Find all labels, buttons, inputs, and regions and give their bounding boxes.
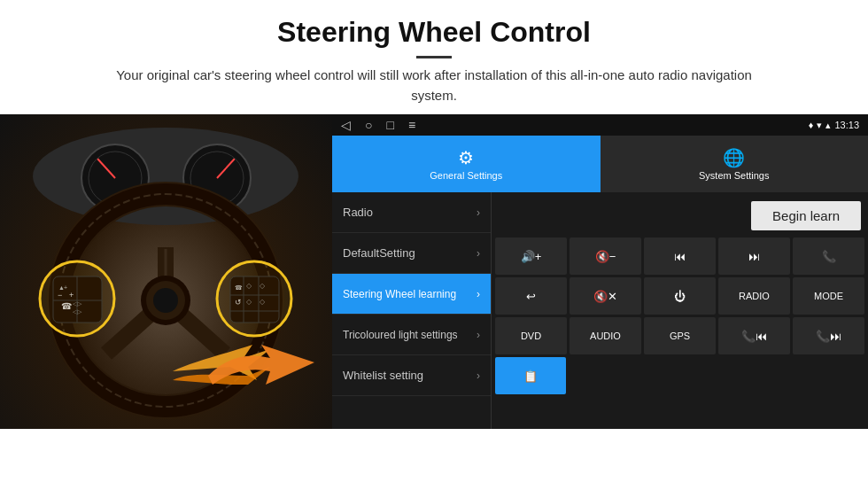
mute-button[interactable]: 🔇✕ [570,277,641,315]
general-tab-label: General Settings [430,170,502,181]
chevron-right-icon: › [477,288,480,300]
clock: 13:13 [834,120,859,130]
wifi-icon: ▾ [817,120,822,131]
mode-label: MODE [814,291,843,301]
car-image: + ▲ + − ☎ ◁▷ ◁▷ ☎ ◇ ◇ ↺ ◇ ◇ [0,114,332,429]
power-icon: ⏻ [674,290,686,303]
svg-point-0 [33,128,298,225]
whitelist-icon-button[interactable]: 📋 [495,357,566,394]
chevron-right-icon: › [477,206,480,219]
begin-learn-row: Begin learn [495,196,864,235]
controls-row-1: 🔊+ 🔇− ⏮ ⏭ 📞 [495,237,864,275]
controls-grid: 🔊+ 🔇− ⏮ ⏭ 📞 [495,237,864,394]
tabs-row: ⚙ General Settings 🌐 System Settings [332,136,868,192]
audio-button[interactable]: AUDIO [570,317,641,354]
home-nav-icon[interactable]: ○ [365,118,372,132]
menu-item-tricoloured[interactable]: Tricoloured light settings › [332,315,491,355]
vol-down-button[interactable]: 🔇− [570,237,641,275]
prev-track-icon: ⏮ [674,250,686,263]
gps-button[interactable]: GPS [644,317,716,354]
mode-button[interactable]: MODE [793,277,864,315]
hang-up-icon: ↩ [526,290,536,303]
hang-up-button[interactable]: ↩ [495,277,567,315]
header-description: Your original car's steering wheel contr… [97,66,771,105]
page-header: Steering Wheel Control Your original car… [0,0,868,114]
chevron-right-icon: › [477,247,480,260]
menu-item-default[interactable]: DefaultSetting › [332,233,491,274]
menu-item-radio[interactable]: Radio › [332,192,491,233]
menu-item-whitelist[interactable]: Whitelist setting › [332,355,491,396]
page-title: Steering Wheel Control [35,16,833,49]
android-panel: ◁ ○ □ ≡ ♦ ▾ ▴ 13:13 ⚙ General Settings 🌐… [332,114,868,429]
next-track-icon: ⏭ [748,250,760,263]
menu-list: Radio › DefaultSetting › Steering Wheel … [332,192,492,429]
back-nav-icon[interactable]: ◁ [341,118,351,132]
chevron-right-icon: › [477,329,480,341]
phone-icon: 📞 [822,250,836,263]
status-bar: ◁ ○ □ ≡ ♦ ▾ ▴ 13:13 [332,114,868,136]
radio-button[interactable]: RADIO [718,277,790,315]
phone-button[interactable]: 📞 [793,237,864,275]
system-tab-label: System Settings [699,170,769,181]
content-area: + ▲ + − ☎ ◁▷ ◁▷ ☎ ◇ ◇ ↺ ◇ ◇ [0,114,868,429]
tab-general[interactable]: ⚙ General Settings [332,136,601,192]
power-button[interactable]: ⏻ [644,277,716,315]
dvd-label: DVD [521,331,541,341]
system-tab-icon: 🌐 [723,147,745,168]
status-right: ♦ ▾ ▴ 13:13 [809,120,859,131]
recent-nav-icon[interactable]: □ [386,118,393,132]
tab-system[interactable]: 🌐 System Settings [601,136,869,192]
menu-item-steering[interactable]: Steering Wheel learning › [332,274,491,315]
controls-row-2: ↩ 🔇✕ ⏻ RADIO MODE [495,277,864,315]
menu-label-default: DefaultSetting [343,246,415,260]
phone-prev-button[interactable]: 📞⏮ [718,317,790,354]
menu-label-tricoloured: Tricoloured light settings [343,329,458,341]
phone-next-icon: 📞⏭ [816,330,841,343]
main-content: Radio › DefaultSetting › Steering Wheel … [332,192,868,429]
dvd-button[interactable]: DVD [495,317,567,354]
controls-row-3: DVD AUDIO GPS 📞⏮ 📞⏭ [495,317,864,354]
menu-nav-icon[interactable]: ≡ [408,118,415,132]
mute-icon: 🔇✕ [593,290,617,303]
svg-point-39 [217,261,291,336]
menu-label-whitelist: Whitelist setting [343,369,423,382]
menu-label-steering: Steering Wheel learning [343,288,456,300]
vol-up-button[interactable]: 🔊+ [495,237,567,275]
vol-up-icon: 🔊+ [521,250,542,263]
header-divider [416,56,452,58]
signal-icon: ▴ [825,120,831,131]
vol-down-icon: 🔇− [595,250,616,263]
controls-row-4: 📋 [495,357,864,394]
nav-icons-left: ◁ ○ □ ≡ [341,118,415,132]
phone-prev-icon: 📞⏮ [741,330,767,343]
location-icon: ♦ [809,120,814,130]
menu-label-radio: Radio [343,206,373,219]
general-tab-icon: ⚙ [458,147,474,168]
next-track-button[interactable]: ⏭ [718,237,790,275]
svg-point-38 [40,261,114,336]
whitelist-icon: 📋 [523,370,538,383]
begin-learn-button[interactable]: Begin learn [751,201,861,230]
phone-next-button[interactable]: 📞⏭ [793,317,864,354]
right-panel: Begin learn 🔊+ 🔇− ⏮ [492,192,868,429]
audio-label: AUDIO [590,331,621,341]
svg-point-16 [153,288,178,313]
chevron-right-icon: › [477,370,480,382]
radio-label: RADIO [739,291,770,301]
prev-track-button[interactable]: ⏮ [644,237,716,275]
gps-label: GPS [670,331,690,341]
